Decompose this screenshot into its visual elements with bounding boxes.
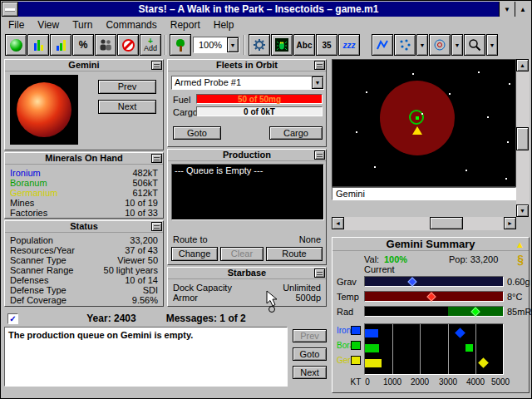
starbase-pane: Starbase Dock CapacityUnlimited Armor500… (167, 267, 327, 307)
magnifier-icon (468, 38, 481, 52)
fleet-marker[interactable] (412, 126, 422, 135)
fleet-goto-button[interactable]: Goto (173, 126, 221, 140)
scanner-range-button[interactable] (429, 34, 451, 56)
change-production-button[interactable]: Change (171, 247, 218, 261)
idle-fleets-button[interactable]: zzz (338, 34, 360, 56)
message-goto-button[interactable]: Goto (293, 347, 327, 361)
scroll-left-icon: ◄ (335, 220, 341, 226)
axis-tick: 1000 (383, 377, 401, 387)
no-info-view-button[interactable] (117, 34, 139, 56)
temp-label: Temp (337, 292, 359, 302)
map-vertical-scrollbar[interactable]: ▲ ▼ (516, 59, 530, 217)
clear-production-button[interactable]: Clear (220, 247, 264, 261)
scroll-up-button[interactable]: ▲ (516, 59, 529, 71)
star-dot (374, 166, 376, 168)
minimize-button[interactable]: ▼ (499, 2, 515, 17)
population-view-button[interactable] (95, 34, 116, 56)
star-dot (509, 83, 510, 85)
fleet-select[interactable]: Armed Probe #1 ▼ (171, 76, 324, 90)
concentration-view-button[interactable] (50, 34, 71, 56)
star-dot (466, 170, 467, 171)
map-planet-name-text: Gemini (336, 189, 365, 199)
production-queue-list[interactable]: --- Queue is Empty --- (171, 164, 324, 220)
abc-icon: Abc (297, 41, 313, 50)
map-planet-name: Gemini (332, 187, 516, 200)
grav-value: 0.60g (507, 277, 530, 287)
system-menu-button[interactable] (2, 2, 18, 17)
map-horizontal-scrollbar[interactable]: ◄ ► (332, 217, 516, 230)
planet-pane: Gemini Prev Next (4, 59, 164, 150)
people-icon (98, 38, 113, 52)
cargo-gauge[interactable]: 0 of 0kT (196, 106, 323, 116)
percent-view-button[interactable]: % (72, 34, 94, 56)
fuel-gauge: 50 of 50mg (196, 94, 323, 104)
status-row: Scanner Range50 light years (10, 265, 158, 275)
title-bar[interactable]: Stars! – A Walk in the Park – Insectoids… (2, 2, 530, 17)
waypoint-paths-button[interactable] (372, 34, 393, 56)
pane-shade-button[interactable] (151, 154, 162, 163)
ship-design-button[interactable] (249, 34, 270, 56)
status-row: Defense TypeSDI (10, 285, 158, 295)
planet-pane-title: Gemini (68, 60, 99, 70)
path-icon (376, 38, 389, 52)
scroll-down-button[interactable]: ▼ (516, 204, 529, 217)
ship-count-button[interactable]: 35 (316, 34, 337, 56)
fleet-filter-dropdown[interactable]: ▼ (416, 34, 428, 56)
zoom-dropdown-button[interactable]: ▼ (227, 37, 239, 52)
route-to-value: None (299, 234, 321, 244)
horizontal-scroll-thumb[interactable] (430, 217, 463, 229)
message-prev-button[interactable]: Prev (293, 329, 327, 342)
zzz-icon: zzz (343, 41, 356, 50)
message-filter-checkbox[interactable]: ✓ (7, 313, 18, 324)
fleet-filter-button[interactable] (394, 34, 416, 56)
starbase-pane-title: Starbase (228, 268, 266, 278)
scroll-right-button[interactable]: ► (504, 217, 516, 229)
value-label: Val: (364, 254, 379, 264)
route-button[interactable]: Route (266, 247, 323, 261)
menu-file[interactable]: File (2, 17, 31, 32)
menu-report[interactable]: Report (164, 17, 207, 32)
status-row: Defenses10 of 14 (10, 275, 158, 285)
next-planet-button[interactable]: Next (98, 100, 156, 114)
temp-bar (364, 291, 504, 302)
menu-commands[interactable]: Commands (99, 17, 163, 32)
germ-surface-bar (365, 359, 382, 367)
find-planet-dropdown[interactable]: ▼ (486, 34, 498, 56)
maximize-button[interactable]: ▲ (515, 2, 530, 17)
scroll-left-button[interactable]: ◄ (332, 217, 344, 229)
menu-turn[interactable]: Turn (66, 17, 99, 32)
mineral-row: Germanium612kT (10, 188, 158, 198)
grav-marker (407, 277, 416, 286)
menu-view[interactable]: View (31, 17, 66, 32)
gear-icon (253, 38, 266, 52)
pane-shade-button[interactable] (151, 222, 162, 231)
germ-concentration-marker (478, 357, 489, 368)
pane-shade-button[interactable] (151, 61, 162, 70)
vertical-scroll-thumb[interactable] (516, 127, 529, 150)
race-button[interactable] (271, 34, 293, 56)
menu-help[interactable]: Help (207, 17, 241, 32)
zoom-select[interactable]: 100% ▼ (193, 37, 239, 53)
message-next-button[interactable]: Next (293, 366, 327, 379)
scanner-range-dropdown[interactable]: ▼ (451, 34, 463, 56)
planet-marker[interactable] (416, 116, 419, 120)
add-waypoint-button[interactable]: +Add (140, 34, 161, 56)
toggle-names-button[interactable]: Abc (293, 34, 315, 56)
planet-growth-button[interactable] (170, 34, 191, 56)
scroll-down-icon: ▼ (520, 208, 525, 214)
pane-shade-button[interactable] (314, 150, 325, 160)
find-planet-button[interactable] (464, 34, 485, 56)
fleet-cargo-button[interactable]: Cargo (269, 126, 323, 140)
pane-shade-button[interactable] (314, 61, 325, 70)
planet-pane-header: Gemini (5, 60, 163, 71)
surface-minerals-view-button[interactable] (27, 34, 49, 56)
pane-shade-button[interactable] (314, 268, 325, 278)
summary-title: Gemini Summary (387, 238, 475, 250)
planet-view-button[interactable] (5, 34, 27, 56)
scroll-right-icon: ► (507, 220, 513, 226)
tree-icon (175, 39, 186, 52)
fleet-dropdown-button[interactable]: ▼ (312, 76, 323, 89)
prev-planet-button[interactable]: Prev (98, 80, 156, 94)
starmap[interactable] (332, 59, 516, 187)
iron-chip (351, 326, 361, 335)
